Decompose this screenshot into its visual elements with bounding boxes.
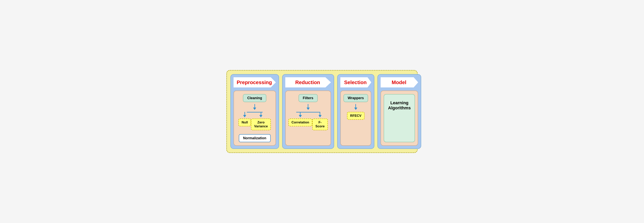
branch-zero-variance: ZeroVariance: [251, 112, 271, 130]
wrappers-box: Wrappers: [344, 94, 368, 102]
selection-chevron: Selection: [340, 77, 372, 87]
branch-fscore: F-Score: [312, 112, 328, 130]
cleaning-box: Cleaning: [243, 94, 266, 102]
correlation-box: Correlation: [288, 119, 312, 126]
preprocessing-chevron: Preprocessing: [234, 77, 276, 87]
reduction-inner-card: Filters Correlation F-Score: [285, 90, 331, 146]
fscore-box: F-Score: [312, 119, 328, 130]
learning-algorithms-text: Learning Algorithms: [388, 100, 411, 110]
branch-null-line: [244, 112, 245, 115]
cleaning-arrow: [253, 104, 256, 110]
model-inner-card: Learning Algorithms: [380, 90, 418, 146]
zero-variance-box: ZeroVariance: [251, 119, 271, 130]
model-chevron: Model: [380, 77, 418, 87]
learning-algorithms-box: Learning Algorithms: [384, 94, 415, 142]
reduction-chevron: Reduction: [285, 77, 331, 87]
cleaning-branches: Null ZeroVariance: [237, 112, 273, 130]
reduction-column: Reduction Filters Correlation: [282, 74, 334, 149]
branch-corr-arrow: [299, 115, 302, 117]
reduction-title: Reduction: [292, 79, 320, 85]
selection-column: Selection Wrappers RFECV: [337, 74, 374, 149]
branch-null-arrow: [243, 115, 246, 117]
outer-container: Preprocessing Cleaning Null: [226, 70, 418, 153]
branch-correlation: Correlation: [288, 112, 312, 126]
wrappers-arrow: [354, 104, 357, 110]
preprocessing-title: Preprocessing: [234, 79, 272, 85]
filters-box: Filters: [298, 94, 318, 102]
preprocessing-header: Preprocessing: [234, 77, 276, 87]
filters-arrow: [306, 104, 310, 110]
model-column: Model Learning Algorithms: [378, 74, 421, 149]
reduction-header: Reduction: [285, 77, 331, 87]
normalization-box: Normalization: [239, 134, 271, 142]
null-box: Null: [238, 119, 251, 126]
selection-header: Selection: [340, 77, 372, 87]
selection-inner-card: Wrappers RFECV: [340, 90, 372, 146]
branch-zv-arrow: [259, 115, 262, 117]
branch-fs-arrow: [318, 115, 322, 117]
selection-title: Selection: [341, 79, 367, 85]
filters-branches: Correlation F-Score: [288, 112, 328, 130]
filters-fork-line: [296, 112, 320, 113]
model-title: Model: [388, 79, 406, 85]
rfecv-box: RFECV: [347, 112, 364, 120]
preprocessing-column: Preprocessing Cleaning Null: [230, 74, 279, 149]
preprocessing-inner-card: Cleaning Null: [234, 90, 276, 146]
branch-null: Null: [238, 112, 251, 126]
model-header: Model: [380, 77, 418, 87]
fork-h-line: [247, 112, 263, 113]
